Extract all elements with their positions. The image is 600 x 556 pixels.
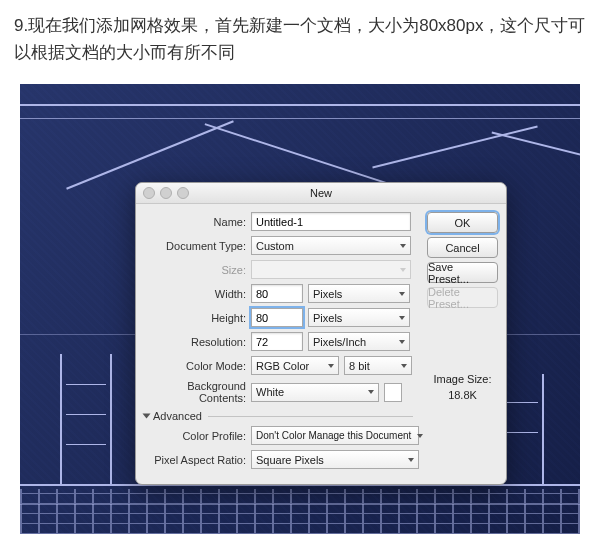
height-input[interactable] [251, 308, 303, 327]
zoom-icon[interactable] [177, 187, 189, 199]
bgcontents-value: White [256, 386, 284, 398]
advanced-toggle[interactable]: Advanced [144, 410, 419, 422]
colorprofile-value: Don't Color Manage this Document [256, 430, 411, 441]
colorprofile-select[interactable]: Don't Color Manage this Document [251, 426, 419, 445]
dialog-titlebar[interactable]: New [136, 183, 506, 204]
width-unit-select[interactable]: Pixels [308, 284, 410, 303]
width-input[interactable] [251, 284, 303, 303]
chevron-down-icon [143, 414, 151, 419]
resolution-input[interactable] [251, 332, 303, 351]
label-width: Width: [144, 288, 246, 300]
bgcolor-swatch[interactable] [384, 383, 402, 402]
label-colorprofile: Color Profile: [144, 430, 246, 442]
close-icon[interactable] [143, 187, 155, 199]
height-unit-value: Pixels [313, 312, 342, 324]
advanced-label: Advanced [153, 410, 202, 422]
size-select [251, 260, 411, 279]
label-name: Name: [144, 216, 246, 228]
new-document-dialog: New Name: Document Type: Custom [135, 182, 507, 485]
label-size: Size: [144, 264, 246, 276]
save-preset-button[interactable]: Save Preset... [427, 262, 498, 283]
bitdepth-select[interactable]: 8 bit [344, 356, 412, 375]
delete-preset-button: Delete Preset... [427, 287, 498, 308]
step-caption: 9.现在我们添加网格效果，首先新建一个文档，大小为80x80px，这个尺寸可以根… [14, 12, 586, 66]
bgcontents-select[interactable]: White [251, 383, 379, 402]
colormode-value: RGB Color [256, 360, 309, 372]
resolution-unit-select[interactable]: Pixels/Inch [308, 332, 410, 351]
minimize-icon[interactable] [160, 187, 172, 199]
name-input[interactable] [251, 212, 411, 231]
image-size-label: Image Size: [427, 372, 498, 387]
label-pixelratio: Pixel Aspect Ratio: [144, 454, 246, 466]
label-colormode: Color Mode: [144, 360, 246, 372]
label-resolution: Resolution: [144, 336, 246, 348]
resolution-unit-value: Pixels/Inch [313, 336, 366, 348]
image-size-value: 18.8K [427, 388, 498, 403]
dialog-title: New [310, 187, 332, 199]
cancel-button[interactable]: Cancel [427, 237, 498, 258]
screenshot-area: New Name: Document Type: Custom [20, 84, 580, 534]
height-unit-select[interactable]: Pixels [308, 308, 410, 327]
pixelratio-value: Square Pixels [256, 454, 324, 466]
label-doctype: Document Type: [144, 240, 246, 252]
label-bgcontents: Background Contents: [144, 380, 246, 404]
doctype-select[interactable]: Custom [251, 236, 411, 255]
ok-button[interactable]: OK [427, 212, 498, 233]
label-height: Height: [144, 312, 246, 324]
pixelratio-select[interactable]: Square Pixels [251, 450, 419, 469]
colormode-select[interactable]: RGB Color [251, 356, 339, 375]
width-unit-value: Pixels [313, 288, 342, 300]
bitdepth-value: 8 bit [349, 360, 370, 372]
doctype-value: Custom [256, 240, 294, 252]
